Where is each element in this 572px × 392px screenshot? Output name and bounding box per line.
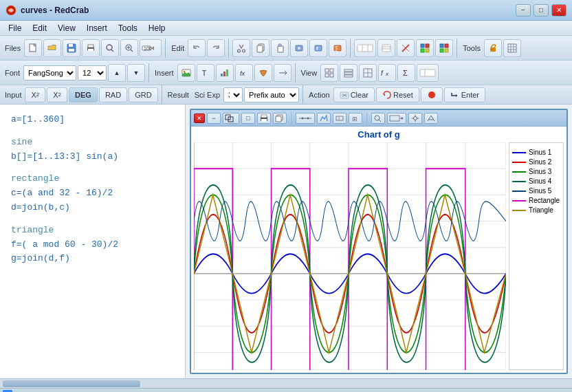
zoom-in-button[interactable]: [120, 39, 138, 57]
zoom-out-button[interactable]: 100: [140, 39, 162, 57]
print-button[interactable]: [82, 39, 100, 57]
svg-rect-36: [426, 49, 429, 52]
toolbar-font: Font FangSong 12 ▲ ▼ Insert T fx View fx…: [0, 61, 572, 85]
statusbar: [0, 388, 572, 392]
chart-copy-button[interactable]: [273, 113, 287, 124]
x2-button[interactable]: X2: [25, 87, 45, 102]
sep4: [456, 39, 457, 58]
menu-file[interactable]: File: [3, 22, 27, 34]
chart-export-button[interactable]: [424, 113, 438, 124]
svg-text:fx: fx: [240, 70, 245, 77]
svg-rect-39: [440, 49, 443, 52]
tools-btn2[interactable]: [377, 39, 395, 57]
tools-btn5[interactable]: [435, 39, 453, 57]
legend-sinus3: Sinus 3: [512, 168, 563, 175]
svg-text:∑: ∑: [335, 45, 339, 52]
tools-btn1[interactable]: [354, 39, 376, 57]
legend-color-triangle: [512, 210, 526, 211]
window-controls: − □ ✕: [516, 4, 566, 17]
insert-img-button[interactable]: [177, 64, 195, 82]
menubar: File Edit View Insert Tools Help: [0, 21, 572, 36]
horizontal-scrollbar[interactable]: [0, 378, 572, 388]
chart-restore-button[interactable]: [223, 113, 239, 124]
extra3-button[interactable]: ∑: [329, 39, 346, 57]
code-panel[interactable]: a=[1..360] sine b[]=[1..13:3] sin(a) rec…: [0, 105, 186, 378]
svg-rect-68: [420, 69, 435, 76]
view-table-button[interactable]: [359, 64, 377, 82]
code-comment-tri: triangle: [11, 224, 174, 238]
svg-point-8: [107, 45, 112, 50]
font-select[interactable]: FangSong: [23, 65, 76, 80]
chart-settings-button[interactable]: [408, 113, 422, 124]
svg-rect-56: [330, 69, 333, 72]
view-sigma-button[interactable]: Σ: [397, 64, 415, 82]
code-blank-3: [11, 215, 174, 224]
grd-button[interactable]: GRD: [129, 87, 157, 102]
menu-view[interactable]: View: [52, 22, 81, 34]
grid-button[interactable]: [503, 39, 521, 57]
lock-button[interactable]: [484, 39, 502, 57]
extra1-button[interactable]: [290, 39, 308, 57]
view-list-button[interactable]: [340, 64, 358, 82]
chart-titlebar: ✕ − □: [191, 110, 566, 127]
deg-button[interactable]: DEG: [69, 87, 98, 102]
tools-btn4[interactable]: [416, 39, 434, 57]
insert-chart-button[interactable]: [216, 64, 234, 82]
chart-sep2: [366, 112, 367, 124]
svg-rect-84: [336, 116, 343, 120]
enter-button[interactable]: Enter: [444, 87, 485, 102]
code-blank-1: [11, 127, 174, 135]
chart-close-button[interactable]: ✕: [194, 113, 205, 123]
font-up-button[interactable]: ▲: [108, 64, 126, 82]
new-button[interactable]: [24, 39, 42, 57]
reset-button[interactable]: Reset: [376, 87, 419, 102]
menu-edit[interactable]: Edit: [27, 22, 52, 34]
chart-tool4-button[interactable]: ⊞: [349, 113, 362, 124]
insert-extra-button[interactable]: [274, 64, 292, 82]
insert-fn-button[interactable]: fx: [235, 64, 253, 82]
minimize-button[interactable]: −: [516, 4, 531, 17]
menu-tools[interactable]: Tools: [113, 22, 143, 34]
prefix-select[interactable]: Prefix auto: [244, 87, 299, 102]
chart-zoom-button[interactable]: [371, 113, 385, 124]
scrollbar-thumb[interactable]: [3, 380, 140, 387]
chart-fullscreen-button[interactable]: □: [241, 113, 255, 124]
chart-print-button[interactable]: [257, 113, 271, 124]
chart-tool2-button[interactable]: [317, 113, 331, 124]
extra2-button[interactable]: f: [309, 39, 327, 57]
rad-button[interactable]: RAD: [99, 87, 127, 102]
insert-special-button[interactable]: [254, 64, 272, 82]
copy-button[interactable]: [252, 39, 270, 57]
svg-text:f: f: [316, 45, 318, 52]
chart-tool3-button[interactable]: [333, 113, 346, 124]
view-fx-button[interactable]: fx: [378, 64, 396, 82]
paste-button[interactable]: [271, 39, 289, 57]
svg-rect-33: [421, 44, 424, 47]
size-select[interactable]: 12: [78, 65, 107, 80]
insert-text-button[interactable]: T: [197, 64, 214, 82]
sciexp-select[interactable]: 3: [223, 87, 243, 102]
chart-zoombox-button[interactable]: [387, 113, 406, 124]
xsub-button[interactable]: X2: [47, 87, 67, 102]
view-extra-button[interactable]: [417, 64, 439, 82]
clear-button[interactable]: Clear: [333, 87, 375, 102]
maximize-button[interactable]: □: [534, 4, 549, 17]
tools-btn3[interactable]: [397, 39, 415, 57]
chart-tool1-button[interactable]: [296, 113, 315, 124]
open-button[interactable]: [43, 39, 61, 57]
save-button[interactable]: [63, 39, 80, 57]
code-line-2: b[]=[1..13:3] sin(a): [11, 150, 174, 164]
menu-help[interactable]: Help: [143, 22, 171, 34]
undo-button[interactable]: [188, 39, 206, 57]
cut-button[interactable]: [232, 39, 250, 57]
close-button[interactable]: ✕: [551, 4, 566, 17]
legend-triangle: Triangle: [512, 206, 563, 214]
view-grid-button[interactable]: [320, 64, 338, 82]
redo-button[interactable]: [207, 39, 225, 57]
svg-rect-3: [69, 44, 73, 47]
chart-min-button[interactable]: −: [207, 113, 221, 124]
menu-insert[interactable]: Insert: [81, 22, 113, 34]
font-down-button[interactable]: ▼: [127, 64, 145, 82]
zoom-button[interactable]: [101, 39, 119, 57]
legend-color-rectangle: [512, 200, 526, 202]
